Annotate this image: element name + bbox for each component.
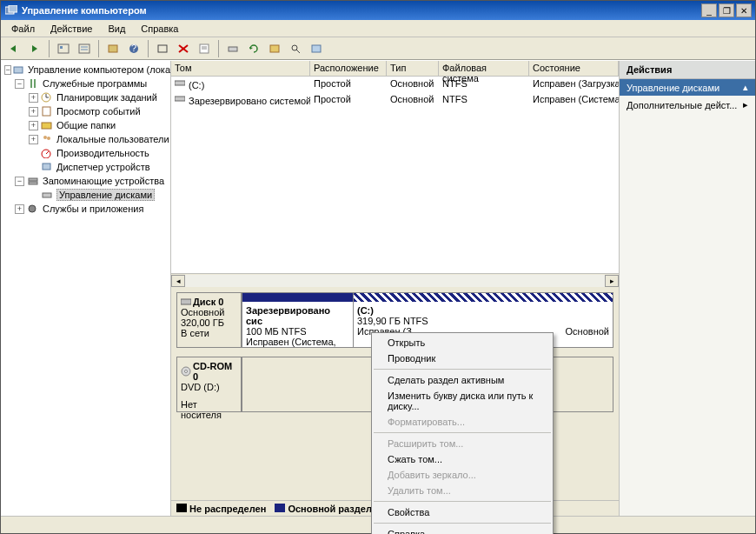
actions-category[interactable]: Управление дисками ▴ — [620, 79, 755, 96]
svg-point-29 — [43, 136, 47, 139]
tool-icon[interactable] — [75, 39, 94, 58]
svg-point-37 — [29, 205, 36, 212]
menubar: Файл Действие Вид Справка — [1, 20, 755, 37]
menu-help[interactable]: Справка — [134, 22, 185, 36]
tree-event-viewer[interactable]: +Просмотр событий — [1, 104, 170, 118]
ctx-open[interactable]: Открыть — [372, 335, 553, 350]
svg-rect-3 — [60, 46, 63, 49]
svg-rect-39 — [175, 97, 185, 101]
tree-panel: −Управление компьютером (лока −Служебные… — [1, 61, 171, 516]
tool-icon[interactable] — [286, 39, 305, 58]
close-button[interactable]: ✕ — [736, 3, 752, 17]
svg-rect-27 — [43, 107, 50, 116]
svg-rect-1 — [9, 5, 17, 12]
svg-rect-20 — [312, 45, 321, 52]
scroll-left-button[interactable]: ◂ — [171, 275, 185, 287]
tree-storage[interactable]: −Запоминающие устройства — [1, 174, 170, 188]
svg-rect-28 — [42, 123, 51, 129]
svg-rect-21 — [14, 67, 23, 73]
svg-rect-7 — [109, 45, 117, 52]
svg-rect-17 — [270, 45, 279, 52]
horizontal-scrollbar[interactable]: ◂ ▸ — [171, 273, 619, 287]
tree-shared-folders[interactable]: +Общие папки — [1, 118, 170, 132]
svg-rect-35 — [29, 182, 37, 184]
svg-rect-36 — [43, 193, 51, 197]
svg-rect-22 — [30, 79, 32, 88]
titlebar: Управление компьютером _ ❐ ✕ — [1, 1, 755, 20]
tool-icon[interactable] — [54, 39, 73, 58]
menu-file[interactable]: Файл — [4, 22, 42, 36]
properties-icon[interactable] — [195, 39, 214, 58]
ctx-properties[interactable]: Свойства — [372, 504, 553, 520]
tool-icon[interactable] — [103, 39, 123, 58]
svg-rect-34 — [29, 178, 37, 181]
col-status[interactable]: Состояние — [529, 61, 619, 76]
svg-point-42 — [185, 370, 188, 373]
cdrom-icon — [181, 366, 191, 377]
scroll-right-button[interactable]: ▸ — [605, 275, 619, 287]
refresh-icon[interactable] — [244, 39, 263, 58]
tree-local-users[interactable]: +Локальные пользователи — [1, 132, 170, 146]
tree-services[interactable]: +Службы и приложения — [1, 202, 170, 216]
disk-icon — [181, 297, 191, 306]
svg-rect-16 — [229, 47, 237, 51]
context-menu: Открыть Проводник Сделать раздел активны… — [371, 332, 554, 534]
volume-list-header: Том Расположение Тип Файловая система Со… — [171, 61, 619, 77]
chevron-right-icon: ▸ — [743, 99, 748, 110]
app-icon — [4, 4, 18, 17]
menu-view[interactable]: Вид — [101, 22, 132, 36]
window-title: Управление компьютером — [22, 5, 701, 16]
tool-icon[interactable] — [223, 39, 242, 58]
toolbar: ? — [1, 37, 755, 60]
tree-system-tools[interactable]: −Служебные программы — [1, 77, 170, 90]
tree-performance[interactable]: Производительность — [1, 146, 170, 160]
tool-icon[interactable] — [265, 39, 284, 58]
menu-action[interactable]: Действие — [43, 22, 99, 36]
disk-label[interactable]: CD-ROM 0 DVD (D:) Нет носителя — [177, 357, 242, 411]
ctx-change-letter[interactable]: Изменить букву диска или путь к диску... — [372, 388, 553, 414]
delete-icon[interactable] — [174, 39, 193, 58]
svg-rect-40 — [181, 299, 191, 304]
col-type[interactable]: Тип — [387, 61, 439, 76]
ctx-delete: Удалить том... — [372, 483, 553, 498]
minimize-button[interactable]: _ — [701, 3, 717, 17]
actions-header: Действия — [620, 61, 755, 79]
ctx-explorer[interactable]: Проводник — [372, 350, 553, 366]
volume-row[interactable]: Зарезервировано системой Простой Основно… — [171, 92, 619, 108]
tool-icon[interactable] — [307, 39, 326, 58]
collapse-icon: ▴ — [743, 82, 748, 93]
help-icon[interactable]: ? — [124, 39, 143, 58]
volume-list: Том Расположение Тип Файловая система Со… — [171, 61, 619, 287]
forward-button[interactable] — [25, 39, 44, 58]
tree-disk-management[interactable]: Управление дисками — [1, 188, 170, 202]
ctx-help[interactable]: Справка — [372, 526, 553, 534]
ctx-extend: Расширить том... — [372, 436, 553, 451]
actions-panel: Действия Управление дисками ▴ Дополнител… — [620, 61, 755, 516]
col-fs[interactable]: Файловая система — [439, 61, 529, 76]
svg-rect-23 — [34, 79, 36, 88]
disk-label[interactable]: Диск 0 Основной 320,00 ГБ В сети — [177, 293, 242, 347]
drive-icon — [175, 94, 187, 104]
svg-line-19 — [296, 50, 300, 53]
svg-line-32 — [46, 151, 49, 154]
svg-rect-4 — [79, 44, 90, 53]
tree-root[interactable]: −Управление компьютером (лока — [1, 63, 170, 77]
partition-reserved[interactable]: Зарезервировано сис 100 МБ NTFS Исправен… — [242, 293, 353, 347]
svg-rect-33 — [43, 164, 50, 170]
ctx-mark-active[interactable]: Сделать раздел активным — [372, 372, 553, 388]
col-layout[interactable]: Расположение — [310, 61, 387, 76]
tool-icon[interactable] — [153, 39, 172, 58]
actions-more[interactable]: Дополнительные дейст... ▸ — [620, 96, 755, 114]
svg-rect-38 — [175, 81, 185, 85]
svg-rect-2 — [58, 44, 69, 53]
tree-task-scheduler[interactable]: +Планировщик заданий — [1, 90, 170, 104]
svg-point-30 — [47, 137, 50, 140]
svg-text:?: ? — [131, 43, 136, 53]
volume-row[interactable]: (C:) Простой Основной NTFS Исправен (Заг… — [171, 77, 619, 92]
maximize-button[interactable]: ❐ — [719, 3, 734, 17]
ctx-shrink[interactable]: Сжать том... — [372, 451, 553, 467]
back-button[interactable] — [4, 39, 23, 58]
ctx-add-mirror: Добавить зеркало... — [372, 467, 553, 483]
tree-device-manager[interactable]: Диспетчер устройств — [1, 160, 170, 174]
col-volume[interactable]: Том — [171, 61, 310, 76]
